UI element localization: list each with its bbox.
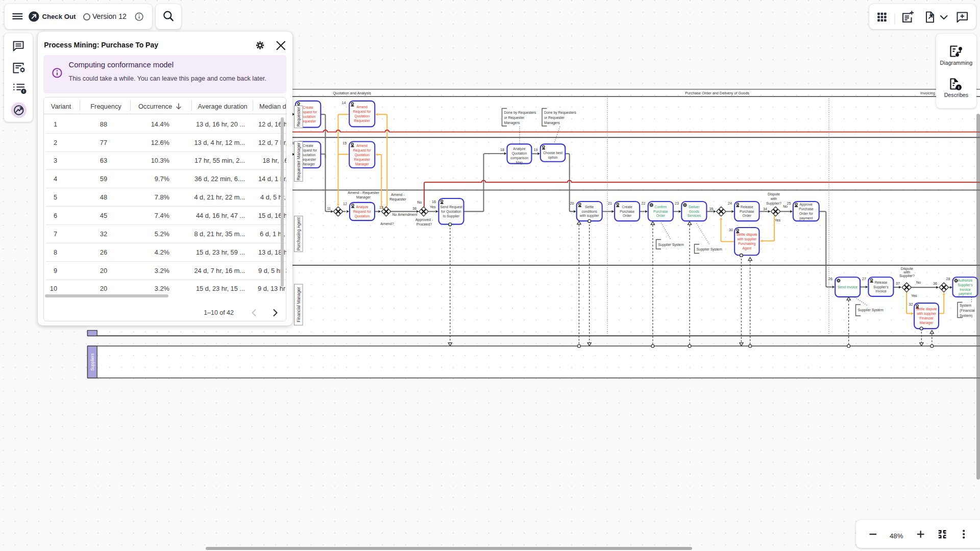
svg-text:Manager: Manager <box>356 195 371 199</box>
svg-text:Check Out: Check Out <box>42 13 77 20</box>
svg-text:Request for: Request for <box>353 110 372 114</box>
svg-text:14: 14 <box>342 101 346 105</box>
svg-text:Financial Manager: Financial Manager <box>296 287 301 322</box>
svg-text:30: 30 <box>729 228 733 232</box>
svg-text:Quotation: Quotation <box>355 114 370 118</box>
svg-text:34: 34 <box>763 207 767 211</box>
svg-text:Dispute: Dispute <box>768 192 780 196</box>
svg-text:Settle dispute: Settle dispute <box>916 307 937 311</box>
svg-text:Settle: Settle <box>585 205 594 209</box>
svg-text:Quotation: Quotation <box>512 152 527 156</box>
svg-text:26: 26 <box>828 277 832 281</box>
svg-text:or Requester: or Requester <box>544 116 565 120</box>
svg-text:36: 36 <box>933 282 937 286</box>
svg-text:No: No <box>783 205 788 209</box>
svg-text:Requester: Requester <box>296 107 301 127</box>
svg-text:Done by Requesters: Done by Requesters <box>544 111 576 115</box>
svg-text:Diagramming: Diagramming <box>940 60 973 66</box>
svg-text:Quotation: Quotation <box>355 214 370 218</box>
svg-text:Financial: Financial <box>919 316 934 320</box>
svg-text:Release: Release <box>874 281 887 284</box>
svg-text:Invoice: Invoice <box>960 288 971 291</box>
svg-text:Requester: Requester <box>389 197 406 202</box>
svg-text:Order: Order <box>656 214 666 217</box>
svg-text:13: 13 <box>379 206 383 210</box>
svg-text:Suppliers: Suppliers <box>90 353 95 371</box>
svg-text:Request for: Request for <box>353 148 372 153</box>
svg-text:Amend?: Amend? <box>380 222 394 226</box>
svg-text:No: No <box>417 201 422 205</box>
svg-text:Agent: Agent <box>742 246 751 251</box>
svg-text:Requester: Requester <box>354 119 371 123</box>
svg-text:37: 37 <box>896 282 900 286</box>
svg-text:Manager: Manager <box>355 162 370 166</box>
svg-text:to Supplier: to Supplier <box>443 214 460 218</box>
svg-text:Supplier System: Supplier System <box>697 247 722 252</box>
svg-text:System: System <box>960 304 971 308</box>
svg-text:payment: payment <box>799 216 813 220</box>
svg-text:Quotation and Analysis: Quotation and Analysis <box>333 91 371 95</box>
svg-text:Purchase: Purchase <box>620 210 634 213</box>
svg-text:Analyze: Analyze <box>513 147 525 151</box>
svg-text:Analyze: Analyze <box>356 205 368 209</box>
svg-text:Amend: Amend <box>357 105 368 109</box>
svg-text:Managers: Managers <box>544 121 560 125</box>
svg-text:Quotation: Quotation <box>355 153 370 157</box>
svg-text:Authorize: Authorize <box>958 279 973 282</box>
svg-text:Amend: Amend <box>357 144 368 147</box>
svg-text:15: 15 <box>342 141 347 145</box>
svg-text:Confirm: Confirm <box>654 205 667 209</box>
svg-text:Order for: Order for <box>799 212 814 215</box>
svg-text:Create: Create <box>303 144 313 147</box>
svg-text:Invoice: Invoice <box>875 289 887 293</box>
svg-text:Supplier System: Supplier System <box>858 308 884 312</box>
svg-text:23: 23 <box>675 202 679 206</box>
svg-text:Requester: Requester <box>354 158 371 162</box>
svg-text:22: 22 <box>642 202 646 206</box>
svg-text:Create: Create <box>622 205 632 209</box>
svg-text:Yes: Yes <box>775 218 781 222</box>
svg-text:Approved -: Approved - <box>415 218 433 222</box>
svg-text:or Requester: or Requester <box>504 116 525 120</box>
svg-text:Amend -: Amend - <box>391 193 405 197</box>
svg-text:(Financial: (Financial <box>960 309 975 313</box>
svg-text:payment: payment <box>959 292 972 296</box>
svg-text:Order: Order <box>623 214 632 217</box>
svg-text:Send Request: Send Request <box>440 205 462 209</box>
svg-text:Services: Services <box>688 214 701 217</box>
svg-text:Order: Order <box>743 214 752 217</box>
svg-text:21: 21 <box>608 202 612 206</box>
svg-text:16: 16 <box>432 200 436 204</box>
svg-text:Supplier?: Supplier? <box>766 202 781 206</box>
svg-text:No Amendment: No Amendment <box>393 213 418 217</box>
svg-text:i: i <box>23 89 24 93</box>
svg-text:with supplier: with supplier <box>579 214 600 218</box>
svg-text:for Quotation: for Quotation <box>441 210 461 214</box>
svg-text:Release: Release <box>741 205 753 209</box>
svg-text:Purchase Order and Delivery of: Purchase Order and Delivery of Goods <box>685 91 749 95</box>
svg-text:35: 35 <box>709 207 714 211</box>
svg-text:i: i <box>958 85 959 90</box>
svg-text:Purchasing Agent: Purchasing Agent <box>296 217 301 251</box>
svg-text:Manager: Manager <box>301 162 315 166</box>
svg-text:27: 27 <box>862 277 866 281</box>
svg-text:28: 28 <box>946 277 950 281</box>
svg-text:Purchase: Purchase <box>740 210 754 213</box>
svg-text:Settle dispute: Settle dispute <box>737 233 757 237</box>
svg-text:No: No <box>916 281 921 285</box>
svg-text:Proceed?: Proceed? <box>416 222 432 227</box>
svg-text:Supplier's: Supplier's <box>873 285 889 289</box>
svg-text:with: with <box>770 197 777 201</box>
svg-text:18: 18 <box>500 148 504 152</box>
svg-text:Goods: Goods <box>689 210 700 213</box>
svg-text:comparison: comparison <box>510 156 528 160</box>
svg-text:Manager: Manager <box>920 321 934 325</box>
svg-text:Version 12: Version 12 <box>92 13 127 21</box>
svg-text:with supplier: with supplier <box>916 312 937 316</box>
svg-text:24: 24 <box>728 202 732 206</box>
svg-text:Managers: Managers <box>504 121 520 125</box>
svg-text:Create: Create <box>303 106 313 109</box>
svg-text:Yes: Yes <box>911 294 917 298</box>
svg-text:Send invoice: Send invoice <box>838 285 857 289</box>
svg-text:Requester Manager: Requester Manager <box>296 142 301 180</box>
